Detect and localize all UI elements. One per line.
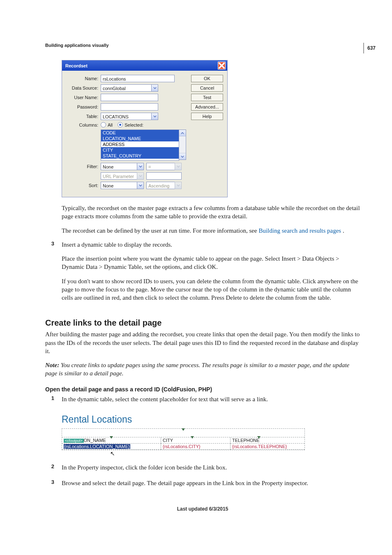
filter-field-select[interactable]: None — [101, 163, 137, 170]
layout-handle-icon — [257, 436, 261, 439]
step-number: 3 — [45, 479, 54, 485]
help-button[interactable]: Help — [191, 113, 223, 120]
list-item[interactable]: CODE — [101, 130, 179, 136]
note: Note: You create links to update pages u… — [45, 361, 360, 378]
ok-button[interactable]: OK — [191, 75, 223, 82]
text: . — [341, 227, 344, 234]
chevron-down-icon — [175, 163, 182, 170]
table-label: Table: — [65, 114, 101, 119]
table-row: <cfoutput>ON_NAME CITY TELEPHONE — [62, 437, 304, 444]
test-button[interactable]: Test — [191, 94, 223, 101]
table-cell: {rsLocations.CITY} — [161, 444, 231, 450]
username-label: User Name: — [65, 95, 101, 100]
subsection-heading: Open the detail page and pass a record I… — [45, 386, 360, 393]
chevron-down-icon[interactable] — [137, 163, 144, 170]
password-label: Password: — [65, 104, 101, 109]
step-number: 3 — [45, 240, 54, 247]
table-row: {rsLocations.LOCATION_NAME} {rsLocations… — [62, 444, 304, 450]
recordset-dialog: Recordset Name: rsLocations Data Source:… — [62, 60, 228, 197]
filter-label: Filter: — [65, 164, 101, 169]
list-item[interactable]: STATE_COUNTRY — [101, 153, 179, 159]
step-number: 2 — [45, 463, 54, 469]
chevron-down-icon[interactable] — [151, 84, 158, 92]
paragraph: The recordset can be defined by the user… — [62, 227, 360, 235]
columns-label: Columns: — [65, 123, 101, 127]
sort-label: Sort: — [65, 183, 101, 188]
table-header-cell: TELEPHONE — [231, 437, 304, 444]
note-text: You create links to update pages using t… — [45, 362, 349, 377]
chevron-down-icon[interactable] — [151, 113, 158, 120]
advanced-button[interactable]: Advanced... — [191, 103, 223, 111]
username-input[interactable] — [101, 94, 158, 101]
sort-dir-select: Ascending — [146, 182, 175, 189]
close-icon[interactable] — [218, 62, 226, 69]
cancel-button[interactable]: Cancel — [191, 84, 223, 92]
layout-handle-icon — [110, 436, 113, 439]
table-select[interactable]: LOCATIONS — [101, 113, 151, 120]
filter-type-select: URL Parameter — [101, 172, 137, 180]
table-header-cell: CITY — [161, 437, 231, 444]
chevron-down-icon[interactable] — [179, 153, 186, 160]
list-item[interactable]: ADDRESS — [101, 141, 179, 147]
step-number: 1 — [45, 395, 54, 401]
sort-field-select[interactable]: None — [101, 182, 137, 189]
list-item[interactable]: LOCATION_NAME — [101, 136, 179, 141]
page-header: Building applications visually — [45, 43, 360, 48]
list-item[interactable]: CITY — [101, 147, 179, 153]
text: The recordset can be defined by the user… — [62, 227, 258, 234]
chevron-down-icon[interactable] — [137, 182, 144, 189]
paragraph: Browse and select the detail page. The d… — [62, 479, 360, 487]
paragraph: Place the insertion point where you want… — [62, 254, 360, 271]
name-label: Name: — [65, 76, 101, 81]
datasource-label: Data Source: — [65, 86, 101, 90]
link-building-search[interactable]: Building search and results pages — [258, 227, 341, 234]
table-cell: {rsLocations.TELEPHONE} — [231, 444, 304, 450]
note-label: Note: — [45, 362, 59, 368]
radio-all[interactable] — [101, 122, 106, 127]
filter-op-select: = — [146, 163, 175, 170]
paragraph: After building the master page and addin… — [45, 330, 360, 355]
figure-title: Rental Locations — [62, 414, 360, 425]
page-footer: Last updated 6/3/2015 — [45, 506, 360, 512]
chevron-up-icon[interactable] — [179, 130, 186, 136]
paragraph: If you don't want to show record IDs to … — [62, 277, 360, 302]
layout-handle-icon — [191, 436, 194, 439]
dialog-title-text: Recordset — [65, 63, 88, 68]
datasource-select[interactable]: connGlobal — [101, 84, 151, 92]
chevron-down-icon — [137, 172, 144, 180]
paragraph: Typically, the recordset on the master p… — [62, 204, 360, 221]
radio-all-label: All — [108, 123, 113, 127]
cursor-arrow-icon: ↖ — [110, 450, 115, 457]
paragraph: In the Property inspector, click the fol… — [62, 463, 360, 472]
paragraph: Insert a dynamic table to display the re… — [62, 240, 360, 249]
chevron-down-icon — [175, 182, 182, 189]
radio-selected-label: Selected: — [125, 123, 143, 127]
filter-value-input — [146, 172, 182, 180]
placeholder-selected[interactable]: {rsLocations.LOCATION_NAME} — [64, 444, 130, 449]
rental-locations-figure: Rental Locations <cfoutput>ON_NAME CITY … — [62, 414, 360, 457]
cfoutput-badge: <cfoutput> — [64, 439, 84, 443]
columns-listbox[interactable]: CODE LOCATION_NAME ADDRESS CITY STATE_CO… — [101, 130, 179, 161]
page-number: 637 — [363, 43, 376, 53]
text: ON_NAME — [84, 438, 106, 443]
password-input[interactable] — [101, 103, 158, 111]
table-cell[interactable]: {rsLocations.LOCATION_NAME} — [62, 444, 161, 450]
scrollbar[interactable] — [179, 130, 186, 160]
dialog-titlebar[interactable]: Recordset — [62, 60, 227, 71]
name-input[interactable]: rsLocations — [101, 75, 175, 82]
radio-selected[interactable] — [118, 122, 123, 127]
section-heading: Create links to the detail page — [45, 318, 360, 328]
paragraph: In the dynamic table, select the content… — [62, 395, 360, 403]
